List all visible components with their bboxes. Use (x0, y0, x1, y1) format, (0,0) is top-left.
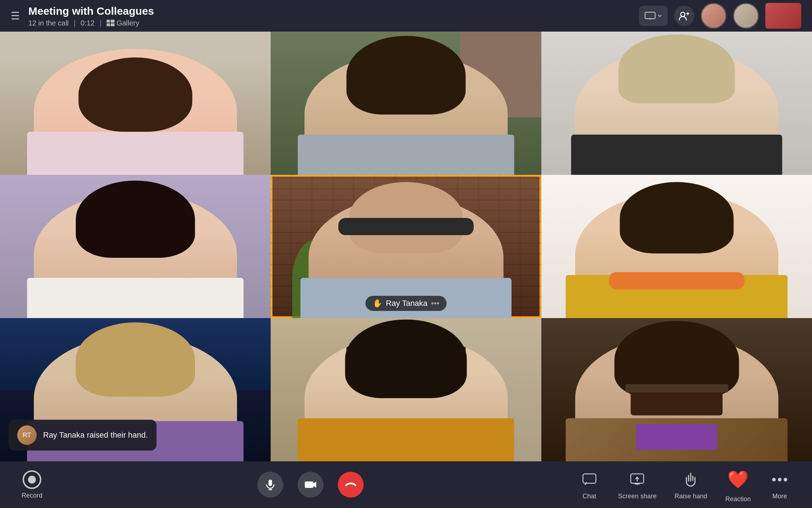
svg-rect-6 (269, 480, 272, 486)
participant-4-video (0, 175, 271, 318)
raise-hand-toast: RT Ray Tanaka raised their hand. (9, 420, 157, 451)
divider-1: | (74, 19, 75, 27)
participants-count: 12 in the call (28, 19, 69, 27)
mic-icon-circle (257, 472, 283, 498)
participants-icon (679, 11, 690, 21)
video-cell-5[interactable]: ✋ Ray Tanaka ••• (271, 175, 541, 318)
view-mode[interactable]: Gallery (107, 19, 139, 27)
svg-rect-4 (645, 12, 655, 19)
speaker-name-label: ✋ Ray Tanaka ••• (365, 296, 447, 311)
header-right (639, 3, 801, 29)
raisehand-icon (680, 470, 701, 490)
svg-rect-0 (107, 20, 110, 23)
screenshare-label: Screen share (618, 493, 657, 500)
more-label: More (772, 493, 787, 500)
screenshare-svg-icon (630, 473, 644, 486)
camera-icon (304, 480, 317, 490)
chevron-down-icon (657, 13, 662, 18)
svg-rect-9 (305, 481, 313, 488)
video-cell-7[interactable]: RT Ray Tanaka raised their hand. (0, 318, 271, 461)
video-cell-1[interactable] (0, 32, 271, 175)
avatar-3[interactable] (765, 3, 801, 29)
record-dot (28, 476, 36, 484)
raise-hand-emoji: ✋ (373, 299, 382, 308)
hand-svg-icon (685, 472, 696, 487)
record-icon (23, 470, 41, 489)
gallery-icon (107, 20, 115, 26)
svg-rect-3 (111, 23, 115, 26)
reaction-label: Reaction (725, 495, 751, 503)
more-button[interactable]: More (769, 470, 790, 500)
secondary-controls: Chat Screen share Raise hand (579, 467, 790, 503)
more-icon (769, 470, 790, 490)
meeting-title: Meeting with Colleagues (28, 5, 639, 18)
hangup-icon-circle (338, 472, 364, 498)
video-grid: ✋ Ray Tanaka ••• RT (0, 32, 812, 461)
toast-avatar: RT (17, 425, 37, 445)
participant-3-video (541, 32, 812, 175)
video-cell-4[interactable] (0, 175, 271, 318)
video-cell-2[interactable] (271, 32, 541, 175)
svg-point-15 (784, 478, 787, 481)
svg-point-5 (681, 12, 685, 17)
video-cell-9[interactable] (541, 318, 812, 461)
screenshare-icon (626, 470, 648, 490)
chat-icon (579, 470, 600, 490)
chat-button[interactable]: Chat (579, 470, 600, 500)
more-dots-icon (772, 477, 788, 482)
chat-svg-icon (582, 473, 597, 486)
header: ☰ Meeting with Colleagues 12 in the call… (0, 0, 812, 32)
video-cell-3[interactable] (541, 32, 812, 175)
hangup-button[interactable] (338, 472, 364, 498)
participants-button[interactable] (674, 6, 694, 26)
divider-2: | (99, 19, 101, 27)
record-section: Record (22, 470, 42, 499)
record-button[interactable]: Record (22, 470, 42, 499)
svg-rect-1 (111, 20, 115, 23)
meeting-duration: 0:12 (81, 19, 95, 27)
video-cell-6[interactable] (541, 175, 812, 318)
microphone-button[interactable] (257, 472, 283, 498)
toast-text: Ray Tanaka raised their hand. (43, 430, 148, 440)
avatar-1[interactable] (701, 3, 727, 29)
speaker-name: Ray Tanaka (386, 299, 428, 308)
participant-2-video (271, 32, 541, 175)
participant-8-video (271, 318, 541, 461)
meeting-subtitle: 12 in the call | 0:12 | Gallery (28, 19, 639, 27)
title-block: Meeting with Colleagues 12 in the call |… (28, 5, 639, 27)
svg-rect-10 (583, 474, 596, 483)
avatar-2[interactable] (733, 3, 759, 29)
raisehand-label: Raise hand (675, 493, 707, 500)
screen-share-header-button[interactable] (639, 6, 668, 26)
reaction-button[interactable]: ❤️ Reaction (725, 467, 751, 503)
participant-9-video (541, 318, 812, 461)
record-label: Record (22, 492, 42, 499)
participant-6-video (541, 175, 812, 318)
more-options-dots: ••• (431, 299, 439, 308)
heart-icon: ❤️ (727, 470, 749, 490)
screen-share-header-icon (644, 11, 656, 20)
participant-1-video (0, 32, 271, 175)
camera-button[interactable] (298, 472, 323, 498)
chat-label: Chat (583, 493, 596, 500)
menu-icon[interactable]: ☰ (11, 10, 20, 22)
svg-point-14 (778, 478, 781, 481)
main-controls (257, 472, 364, 498)
raisehand-button[interactable]: Raise hand (675, 470, 707, 500)
camera-icon-circle (298, 472, 323, 498)
reaction-icon-circle: ❤️ (725, 467, 751, 493)
video-cell-8[interactable] (271, 318, 541, 461)
screenshare-button[interactable]: Screen share (618, 470, 657, 500)
hangup-icon (345, 481, 357, 488)
svg-rect-2 (107, 23, 110, 26)
svg-point-13 (772, 478, 776, 481)
mic-icon (265, 479, 275, 490)
toolbar: Record (0, 461, 812, 508)
